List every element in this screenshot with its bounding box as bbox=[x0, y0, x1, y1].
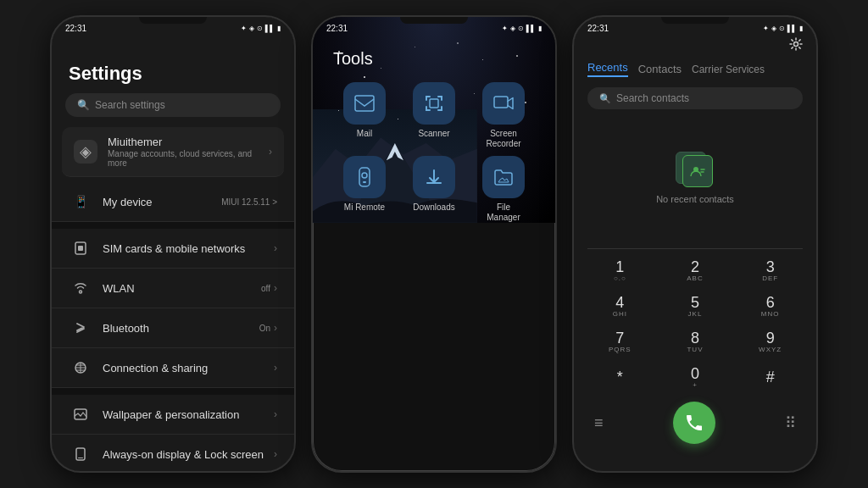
status-icons-2: ✦ ◈ ⊙ ▌▌ ▮ bbox=[502, 25, 542, 32]
phone-tools: 22:31 ✦ ◈ ⊙ ▌▌ ▮ Tools Mail bbox=[311, 15, 557, 473]
screenrecorder-label: Screen Recorder bbox=[486, 129, 520, 149]
bluetooth-icon bbox=[69, 316, 92, 340]
scanner-icon bbox=[413, 82, 455, 125]
num-btn-1[interactable]: 1 ○.○ bbox=[582, 252, 658, 288]
settings-title: Settings bbox=[52, 56, 294, 93]
num-btn-2[interactable]: 2 ABC bbox=[658, 252, 733, 288]
settings-search-bar[interactable]: 🔍 Search settings bbox=[65, 93, 281, 117]
filemanager-icon bbox=[482, 156, 525, 198]
svg-point-14 bbox=[794, 42, 798, 47]
wlan-title: WLAN bbox=[103, 282, 261, 295]
bluetooth-title: Bluetooth bbox=[103, 322, 259, 335]
wallpaper-right: › bbox=[274, 408, 277, 420]
num-btn-3[interactable]: 3 DEF bbox=[732, 252, 808, 288]
wallpaper-icon bbox=[69, 402, 92, 426]
tools-content: Tools Mail Scanner bbox=[313, 17, 555, 223]
dialpad-icon[interactable]: ⠿ bbox=[785, 413, 796, 432]
dialer-bottom-bar: ≡ ⠿ bbox=[574, 395, 816, 452]
miuithemer-subtitle: Manage accounts, cloud services, and mor… bbox=[108, 149, 269, 168]
app-item-filemanager[interactable]: File Manager bbox=[472, 156, 535, 223]
tab-recents[interactable]: Recents bbox=[587, 61, 628, 77]
aod-icon bbox=[69, 442, 92, 466]
status-time-1: 22:31 bbox=[65, 24, 86, 33]
settings-item-aod[interactable]: Always-on display & Lock screen › bbox=[52, 435, 294, 471]
app-item-downloads[interactable]: Downloads bbox=[403, 156, 465, 223]
num-btn-5[interactable]: 5 JKL bbox=[658, 288, 733, 324]
num-btn-star[interactable]: * bbox=[582, 359, 658, 395]
settings-item-wallpaper[interactable]: Wallpaper & personalization › bbox=[52, 395, 294, 435]
contacts-search-bar[interactable]: 🔍 Search contacts bbox=[587, 87, 803, 109]
mail-icon bbox=[343, 82, 386, 125]
no-contacts-icon bbox=[674, 152, 716, 189]
tools-heading: Tools bbox=[313, 41, 555, 82]
svg-rect-13 bbox=[363, 181, 366, 183]
tools-screen: 22:31 ✦ ◈ ⊙ ▌▌ ▮ Tools Mail bbox=[313, 17, 555, 223]
num-btn-7[interactable]: 7 PQRS bbox=[582, 324, 658, 359]
num-btn-0[interactable]: 0 + bbox=[658, 359, 733, 395]
settings-item-mydevice[interactable]: 📱 My device MIUI 12.5.11 > bbox=[52, 182, 294, 222]
settings-item-connection[interactable]: Connection & sharing › bbox=[52, 348, 294, 388]
connection-title: Connection & sharing bbox=[103, 362, 274, 374]
svg-rect-9 bbox=[430, 99, 438, 108]
mail-label: Mail bbox=[357, 129, 372, 138]
tab-carrier[interactable]: Carrier Services bbox=[692, 64, 765, 75]
sim-right: › bbox=[274, 242, 277, 254]
search-placeholder: Search settings bbox=[95, 99, 165, 111]
miuithemer-icon: ◈ bbox=[74, 140, 97, 164]
mydevice-icon: 📱 bbox=[69, 190, 92, 214]
svg-point-12 bbox=[362, 173, 367, 178]
filemanager-label: File Manager bbox=[487, 202, 520, 223]
menu-icon[interactable]: ≡ bbox=[594, 414, 604, 432]
search-icon-dialer: 🔍 bbox=[599, 93, 611, 104]
num-btn-8[interactable]: 8 TUV bbox=[658, 324, 733, 359]
num-btn-9[interactable]: 9 WXYZ bbox=[732, 324, 808, 359]
miuithemer-right: › bbox=[269, 146, 272, 158]
num-btn-hash[interactable]: # bbox=[732, 359, 808, 395]
wlan-icon bbox=[69, 276, 92, 300]
svg-rect-1 bbox=[78, 246, 83, 251]
dialer-screen: 22:31 ✦ ◈ ⊙ ▌▌ ▮ Recents Contacts Carrie… bbox=[574, 17, 816, 471]
phone-dialer: 22:31 ✦ ◈ ⊙ ▌▌ ▮ Recents Contacts Carrie… bbox=[572, 15, 818, 473]
num-btn-4[interactable]: 4 GHI bbox=[582, 288, 658, 324]
status-icons-3: ✦ ◈ ⊙ ▌▌ ▮ bbox=[763, 25, 803, 32]
sim-icon bbox=[69, 236, 92, 260]
sim-title: SIM cards & mobile networks bbox=[103, 242, 274, 255]
svg-rect-10 bbox=[494, 97, 508, 108]
settings-item-miuithemer[interactable]: ◈ Miuithemer Manage accounts, cloud serv… bbox=[62, 127, 284, 177]
miremote-label: Mi Remote bbox=[344, 202, 385, 212]
call-button[interactable] bbox=[673, 402, 715, 444]
aod-title: Always-on display & Lock screen bbox=[103, 448, 274, 461]
miremote-icon bbox=[343, 156, 386, 198]
svg-rect-8 bbox=[355, 96, 374, 111]
mydevice-right: MIUI 12.5.11 > bbox=[221, 197, 277, 207]
settings-item-bluetooth[interactable]: Bluetooth On › bbox=[52, 308, 294, 348]
settings-item-sim[interactable]: SIM cards & mobile networks › bbox=[52, 229, 294, 269]
no-contacts-area: No recent contacts bbox=[574, 116, 816, 248]
phone-settings: 22:31 ✦ ◈ ⊙ ▌▌ ▮ Settings 🔍 Search setti… bbox=[50, 15, 296, 473]
mydevice-title: My device bbox=[103, 196, 221, 208]
miuithemer-title: Miuithemer bbox=[108, 136, 269, 148]
screenrecorder-icon bbox=[482, 82, 525, 125]
dialer-settings-icon[interactable] bbox=[789, 37, 803, 54]
settings-screen: 22:31 ✦ ◈ ⊙ ▌▌ ▮ Settings 🔍 Search setti… bbox=[52, 17, 294, 471]
notch-1 bbox=[139, 17, 207, 24]
app-item-screenrecorder[interactable]: Screen Recorder bbox=[472, 82, 535, 149]
notch-3 bbox=[661, 17, 729, 24]
divider-1 bbox=[52, 222, 294, 229]
app-item-scanner[interactable]: Scanner bbox=[403, 82, 465, 149]
divider-2 bbox=[52, 388, 294, 395]
dialer-tabs: Recents Contacts Carrier Services bbox=[574, 56, 816, 82]
settings-item-wlan[interactable]: WLAN off › bbox=[52, 269, 294, 308]
num-btn-6[interactable]: 6 MNO bbox=[732, 288, 808, 324]
app-grid: Mail Scanner Screen Recorder bbox=[313, 82, 555, 223]
wlan-right: off › bbox=[261, 282, 277, 294]
app-item-miremote[interactable]: Mi Remote bbox=[333, 156, 396, 223]
status-time-2: 22:31 bbox=[326, 24, 348, 33]
svg-rect-11 bbox=[359, 168, 370, 186]
connection-icon bbox=[69, 356, 92, 380]
tab-contacts[interactable]: Contacts bbox=[638, 63, 682, 75]
status-icons-1: ✦ ◈ ⊙ ▌▌ ▮ bbox=[241, 25, 281, 32]
app-item-mail[interactable]: Mail bbox=[333, 82, 396, 149]
downloads-icon bbox=[413, 156, 455, 198]
wallpaper-title: Wallpaper & personalization bbox=[103, 408, 274, 421]
